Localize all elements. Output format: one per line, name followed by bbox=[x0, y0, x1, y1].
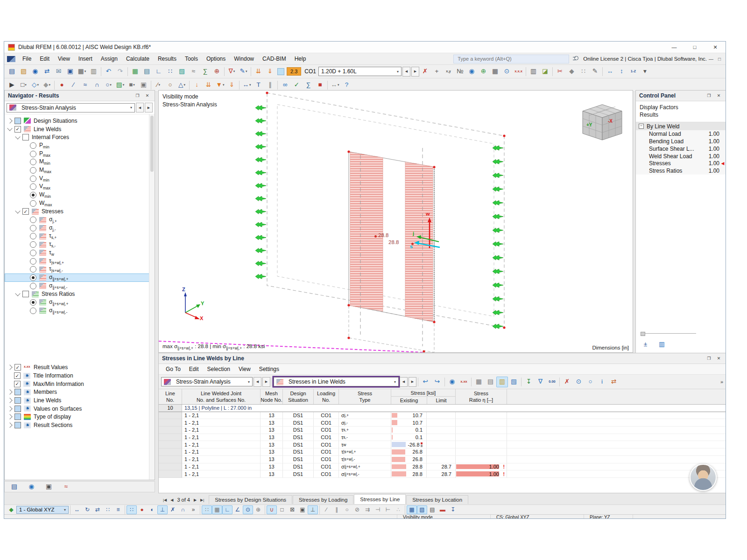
snap-intersect-icon[interactable]: ✗ bbox=[168, 505, 178, 514]
tree-item-w[interactable]: Wmax bbox=[5, 199, 155, 208]
table-view-compact-icon[interactable]: ▦ bbox=[473, 377, 485, 387]
messages-icon[interactable]: ✉ bbox=[53, 66, 64, 77]
checkbox[interactable] bbox=[14, 413, 21, 420]
sync-selection-icon[interactable]: ⇄ bbox=[608, 377, 620, 387]
menu-assign[interactable]: Assign bbox=[97, 53, 122, 64]
tree-item-max-min-information[interactable]: Max/Min Information bbox=[5, 380, 155, 388]
previous-combination-button[interactable]: ◀ bbox=[402, 67, 410, 77]
filter-table-icon[interactable]: ∇ bbox=[535, 377, 546, 387]
dashed-toggle-icon[interactable]: ▧ bbox=[417, 505, 427, 514]
expander-icon[interactable] bbox=[7, 422, 12, 427]
polar-tracking-icon[interactable]: ∠ bbox=[233, 505, 243, 514]
previous-analysis-button[interactable]: ◀ bbox=[136, 103, 144, 112]
diagram-icon[interactable]: ◪ bbox=[539, 66, 551, 77]
load-wizard-icon[interactable]: ⇓ bbox=[264, 66, 276, 77]
clear-table-icon[interactable]: ✗ bbox=[561, 377, 573, 387]
help-icon[interactable]: ? bbox=[341, 80, 352, 91]
select-pointer-icon[interactable]: ▶ bbox=[6, 80, 18, 91]
tree-item-internal-forces[interactable]: Internal Forces bbox=[5, 133, 155, 141]
checkbox[interactable] bbox=[14, 406, 21, 412]
snap-mid-icon[interactable]: ◐ bbox=[147, 505, 157, 514]
filter-results-icon[interactable]: ∇▾ bbox=[226, 66, 238, 77]
overflow-more-icon[interactable]: » bbox=[188, 505, 198, 514]
load-transfer-icon[interactable]: ⇊ bbox=[253, 66, 264, 77]
tree-item-p[interactable]: Pmin bbox=[5, 141, 155, 150]
select-window-icon[interactable]: □▾ bbox=[18, 80, 29, 91]
tree-item--[interactable]: τs,+ bbox=[5, 232, 155, 241]
minimize-button[interactable]: — bbox=[664, 42, 684, 53]
plane-lock-icon[interactable]: ⊥ bbox=[308, 505, 318, 514]
tree-item-members[interactable]: Members bbox=[5, 388, 155, 397]
tree-item-title-information[interactable]: Title Information bbox=[5, 371, 155, 380]
trim-icon[interactable]: ⊣ bbox=[373, 505, 383, 514]
graphics-viewport[interactable]: Visibility mode Stress-Strain Analysis 2… bbox=[158, 90, 633, 353]
jump-from-graphic-icon[interactable]: ↪ bbox=[431, 377, 443, 387]
parallel-icon[interactable]: ∥ bbox=[331, 505, 342, 514]
previous-table-button[interactable]: ◀ bbox=[254, 377, 261, 387]
table-menu-settings[interactable]: Settings bbox=[255, 364, 283, 374]
fit-width-icon[interactable]: ↔ bbox=[604, 66, 616, 77]
radio-button[interactable] bbox=[30, 233, 36, 239]
mirror-icon[interactable]: ⇄ bbox=[92, 505, 103, 514]
tab-stresses-by-design-situations[interactable]: Stresses by Design Situations bbox=[209, 495, 292, 504]
snap-perp-icon[interactable]: ⊥ bbox=[157, 505, 168, 514]
clipboard-icon[interactable]: ▥ bbox=[88, 66, 99, 77]
table-row[interactable]: 1 - 2,113DS1CO1τ|s+w|,-26.8 bbox=[159, 456, 726, 463]
tree-item--[interactable]: σ|j+s+w|,- bbox=[5, 307, 155, 315]
grid-points-icon[interactable]: ∷ bbox=[202, 505, 212, 514]
checkbox[interactable] bbox=[14, 389, 21, 395]
factor-row-stress-ratios[interactable]: Stress Ratios1.00 bbox=[636, 167, 726, 175]
grid-settings-icon[interactable]: ∷ bbox=[164, 66, 176, 77]
circle-tools-icon[interactable]: ○ bbox=[342, 505, 352, 514]
close-icon[interactable]: ✕ bbox=[715, 355, 723, 362]
menu-results[interactable]: Results bbox=[154, 53, 181, 64]
tree-item-v[interactable]: Vmin bbox=[5, 175, 155, 183]
tree-item-p[interactable]: Pmax bbox=[5, 150, 155, 158]
edit-object-icon[interactable]: ✎ bbox=[589, 66, 601, 77]
menu-help[interactable]: Help bbox=[290, 53, 310, 64]
user-avatar[interactable] bbox=[690, 464, 717, 491]
grid-lines-icon[interactable]: ▦ bbox=[212, 505, 222, 514]
result-values-table-icon[interactable]: x.xx bbox=[458, 377, 470, 387]
radio-button[interactable] bbox=[30, 308, 36, 314]
move-copy-icon[interactable]: ↔ bbox=[72, 505, 82, 514]
checkbox[interactable] bbox=[22, 291, 29, 297]
delete-results-icon[interactable]: ✗ bbox=[419, 66, 431, 77]
tree-item--[interactable]: τ|s+w|,+ bbox=[5, 257, 155, 266]
fit-height-icon[interactable]: ↕ bbox=[616, 66, 627, 77]
deselect-icon[interactable]: ◆▾ bbox=[41, 80, 53, 91]
magnet-icon[interactable]: ∪ bbox=[267, 505, 277, 514]
float-panel-icon[interactable]: ❐ bbox=[134, 92, 141, 99]
tree-item-stresses[interactable]: Stresses bbox=[5, 208, 155, 216]
factor-slider[interactable] bbox=[641, 333, 696, 334]
extend-icon[interactable]: ⊢ bbox=[383, 505, 393, 514]
table-menu-go-to[interactable]: Go To bbox=[162, 364, 185, 374]
previous-result-button[interactable]: ◀ bbox=[400, 377, 408, 387]
insert-line-icon[interactable]: ∕ bbox=[68, 80, 79, 91]
redo-icon[interactable]: ↷ bbox=[114, 66, 126, 77]
factor-row-stresses[interactable]: Stresses1.00◀ bbox=[636, 160, 726, 168]
show-in-graphic-icon[interactable]: ◉ bbox=[446, 377, 458, 387]
keyword-search[interactable] bbox=[453, 55, 569, 63]
table-view-colors-icon[interactable]: ▥ bbox=[496, 377, 508, 387]
render-view-icon[interactable]: ▧ bbox=[176, 66, 188, 77]
tree-item-w[interactable]: Wmin bbox=[5, 191, 155, 199]
undo-icon[interactable]: ↶ bbox=[103, 66, 114, 77]
mesh-generate-icon[interactable]: ≈ bbox=[188, 66, 199, 77]
show-results-icon[interactable]: ∑ bbox=[199, 66, 211, 77]
radio-button[interactable] bbox=[30, 142, 36, 149]
dimension-icon[interactable]: ↔▾ bbox=[241, 80, 253, 91]
menu-tools[interactable]: Tools bbox=[181, 53, 202, 64]
menu-calculate[interactable]: Calculate bbox=[122, 53, 154, 64]
stop-calculation-icon[interactable]: ■ bbox=[314, 80, 326, 91]
snap-grid-icon[interactable]: ∷ bbox=[127, 505, 137, 514]
radio-button[interactable] bbox=[30, 250, 36, 256]
copy-graphic-icon[interactable]: ▥ bbox=[528, 66, 539, 77]
first-table-button[interactable]: |◀ bbox=[163, 498, 167, 502]
fade-icon[interactable]: ∴ bbox=[393, 505, 403, 514]
visibility-eye-icon[interactable]: ◉ bbox=[466, 66, 478, 77]
insert-table-icon[interactable]: ▦ bbox=[129, 66, 141, 77]
previous-table-page-button[interactable]: ◀ bbox=[170, 498, 173, 502]
tree-item-v[interactable]: Vmax bbox=[5, 183, 155, 191]
cut-section-icon[interactable]: ✂ bbox=[554, 66, 566, 77]
